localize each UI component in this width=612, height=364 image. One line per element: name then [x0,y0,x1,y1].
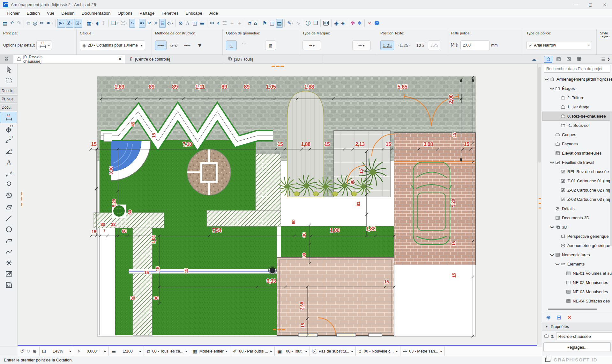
magnet-icon[interactable]: ◖ [95,19,100,28]
cursor-snap-icon[interactable]: ⊡▾ [74,19,82,28]
story-name-field[interactable] [556,332,612,340]
dimensions-preference[interactable]: ↔03 - Mètre san...▸ [400,346,445,356]
tree-item-axonometrie-generique[interactable]: Axonométrie générique [542,241,612,250]
label-tool[interactable]: A1 [0,168,18,179]
snap-guides-icon[interactable]: ⊻▾ [66,19,74,28]
fill-tool[interactable] [0,201,18,212]
tree-item-feuilles-de-travail[interactable]: ❯Feuilles de travail [542,158,612,167]
flag-icon[interactable]: ⚑ [262,19,268,28]
tree-item-3d[interactable]: ❯3D [542,222,612,232]
infobox-button[interactable]: ⌒ [238,40,249,50]
text-tool[interactable]: A [0,157,18,168]
windows-stack-icon[interactable] [545,358,550,362]
graph-icon[interactable]: ◫ [269,19,275,28]
zone-tool[interactable] [0,190,18,201]
project-map-icon[interactable] [544,56,552,63]
menu-partage[interactable]: Partage [136,10,158,17]
menu-vue[interactable]: Vue [43,10,58,17]
chevron-right-icon[interactable]: ❯ [607,57,610,61]
home-icon[interactable]: ⌂ [253,19,258,28]
tree-item-coupes[interactable]: Coupes [542,130,612,139]
figure-tool[interactable] [0,268,18,279]
circle-option-icon[interactable]: ⊘ [177,19,183,28]
collaborate-icon[interactable]: ☻ [373,19,381,28]
infobox-button[interactable]: ↦↤ [155,40,167,50]
inject-parameters-icon[interactable]: ✒▾ [46,19,54,28]
properties-header[interactable]: ▼ Propriétés [542,323,612,331]
renovation-filter-icon[interactable]: ⌂ [358,348,362,354]
pen-set[interactable]: ✐00 - Par outils ...▸ [230,346,275,356]
toolbox-group-dessin[interactable]: Dessin [0,87,18,94]
tree-horizontal-scrollbar[interactable] [542,307,612,312]
tab-overview-button[interactable] [0,55,13,63]
tree-item-elements[interactable]: ❯Éléments [542,259,612,269]
structure-display-icon[interactable]: ▦ [193,348,197,354]
chart-icon[interactable]: ◫ [191,19,198,28]
canvas-vertical-scrollbar[interactable] [537,64,542,345]
infobox-button[interactable]: ◺ [226,40,237,50]
drawing-canvas[interactable]: 1,6989891,1189891,051,885,65157,10151,88… [18,64,537,345]
minimize-button[interactable]: — [569,0,583,9]
infobox-button[interactable]: 125 [428,40,440,50]
graphisoft-id-label[interactable]: GRAPHISOFT ID [554,357,597,362]
hotspot-tool[interactable] [0,257,18,268]
infobox-button[interactable]: →▸ [302,40,321,50]
pointer-tool[interactable] [0,64,18,75]
layer-combination-icon[interactable]: ⧉ [146,348,150,354]
search-icon[interactable]: ◎ [32,19,38,28]
tree-item-rel-rez-de-chaussee[interactable]: REL Rez-de-chaussée [542,167,612,176]
tab-0rez-de-chaussée[interactable]: [0. Rez-de-chaussée]✕ [13,55,125,63]
dimension-settings-icon[interactable]: ⊟ [159,19,165,28]
xy-coordinates-icon[interactable]: XY [139,19,146,28]
save-icon[interactable]: ▤ [2,19,8,28]
infobox-button[interactable]: →→ [181,40,193,50]
id-icon[interactable]: ID [322,19,330,28]
model-view-options-icon[interactable]: ▣ [277,348,282,354]
arrow-tool-icon[interactable]: ➤▾ [57,19,65,28]
flyout-arrow-icon[interactable]: ▸ [139,349,141,353]
tree-item-facades[interactable]: Façades [542,139,612,149]
view-history-icon[interactable]: ↻ [26,348,31,354]
menu-edition[interactable]: Edition [23,10,43,17]
tree-item-elevations-interieures[interactable]: Élévations intérieures [542,149,612,158]
level-dimension-tool[interactable]: 1.2 [0,123,18,134]
flyout-arrow-icon[interactable]: ▸ [70,349,71,353]
transform-icon[interactable]: ⧉ [26,19,31,28]
layer-combination[interactable]: ⧉00 - Tous les ca...▸ [144,346,190,356]
clip-icon[interactable]: ◈ [340,19,346,28]
maximize-button[interactable]: ▢ [583,0,598,9]
tree-item-perspective-generique[interactable]: Perspective générique [542,232,612,241]
flyout-arrow-icon[interactable]: ▸ [351,349,353,353]
tab-close-icon[interactable]: ✕ [118,57,122,62]
tree-item--1-sous-sol[interactable]: -1. Sous-sol [542,121,612,130]
zoom-level[interactable]: ⊡143%▸ [40,346,74,356]
tree-item-ne-03-menuiseries[interactable]: NE-03 Menuiseries [542,287,612,296]
drawing-tool[interactable] [0,279,18,290]
publisher-icon[interactable] [575,56,583,63]
orientation-icon[interactable]: ✧ [77,348,81,354]
infobox-field[interactable]: ◉2D - Cotations pour 100ème▸ [80,40,145,50]
add-item-button[interactable]: ⊕ [546,314,551,321]
pen-set-icon[interactable]: ✐ [233,348,237,354]
marker-tool[interactable] [0,179,18,190]
tree-item-nomenclatures[interactable]: ❯Nomenclatures [542,250,612,259]
expand-chevron-icon[interactable]: ❯ [545,77,549,81]
flyout-arrow-icon[interactable]: ▸ [226,349,228,353]
infobox-button[interactable]: 1.25 [380,40,394,50]
angle-dimension-tool[interactable]: α [0,145,18,157]
tab-3d/tous[interactable]: [3D / Tous] [224,55,323,63]
info-icon[interactable]: ⓘ [305,19,312,28]
redo-icon[interactable]: ↷ [16,19,22,28]
tab-centredecontrôle[interactable]: [Centre de contrôle] [125,55,224,63]
expand-chevron-icon[interactable]: ❯ [550,86,555,91]
infobox-button[interactable]: ↔▸ [352,40,371,50]
flyout-arrow-icon[interactable]: ▸ [104,349,106,353]
tree-item-2-toiture[interactable]: 2. Toiture [542,93,612,102]
frame-icon[interactable]: ❏▾ [110,19,119,28]
infobox-button[interactable]: 125 [414,40,426,50]
tree-item-details[interactable]: Détails [542,204,612,213]
menu-dessin[interactable]: Dessin [58,10,78,17]
infobox-button[interactable]: o–o [168,40,180,50]
expand-chevron-icon[interactable]: ❯ [550,225,555,229]
tree-item-ne-01-volumes-et-sur[interactable]: NE-01 Volumes et sur [542,269,612,278]
